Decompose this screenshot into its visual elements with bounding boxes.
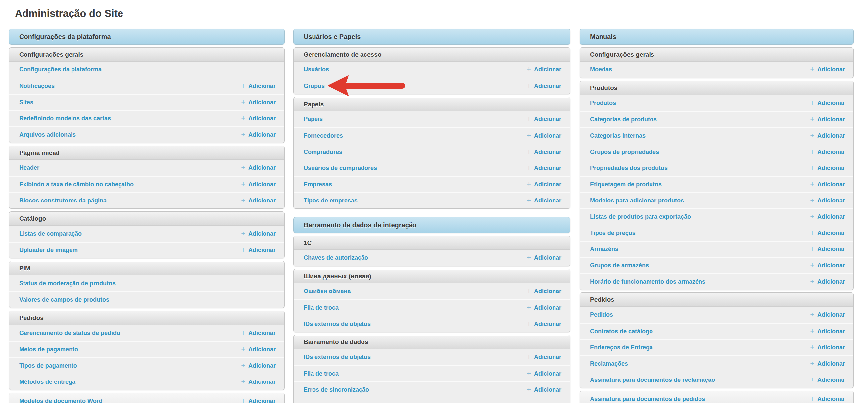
model-link[interactable]: Header — [19, 164, 39, 171]
add-link[interactable]: + Adicionar — [527, 181, 561, 188]
add-link[interactable]: + Adicionar — [527, 197, 561, 204]
app-panel-header: Configurações da plataforma — [9, 29, 285, 45]
add-link[interactable]: + Adicionar — [527, 354, 561, 361]
model-link[interactable]: IDs externos de objetos — [304, 354, 371, 361]
add-link[interactable]: + Adicionar — [241, 131, 276, 138]
model-link[interactable]: Assinatura para documentos de pedidos — [590, 396, 705, 403]
model-link[interactable]: Notificações — [19, 83, 55, 90]
add-link[interactable]: + Adicionar — [810, 181, 845, 188]
model-link[interactable]: Uploader de imagem — [19, 247, 78, 254]
add-link[interactable]: + Adicionar — [810, 246, 845, 253]
model-link[interactable]: Tipos de preços — [590, 230, 636, 237]
add-link[interactable]: + Adicionar — [241, 181, 276, 188]
add-link[interactable]: + Adicionar — [527, 116, 561, 123]
add-link[interactable]: + Adicionar — [527, 288, 561, 295]
model-link[interactable]: Endereços de Entrega — [590, 344, 653, 351]
add-link[interactable]: + Adicionar — [241, 115, 276, 122]
add-link[interactable]: + Adicionar — [241, 164, 276, 171]
add-link[interactable]: + Adicionar — [810, 311, 845, 318]
add-link[interactable]: + Adicionar — [241, 362, 276, 369]
add-link[interactable]: + Adicionar — [527, 148, 561, 156]
add-link[interactable]: + Adicionar — [241, 398, 276, 403]
add-link[interactable]: + Adicionar — [527, 255, 561, 261]
add-link[interactable]: + Adicionar — [810, 344, 845, 351]
model-link[interactable]: Sites — [19, 99, 33, 106]
add-link[interactable]: + Adicionar — [527, 321, 561, 328]
add-link[interactable]: + Adicionar — [810, 262, 845, 269]
model-link[interactable]: Grupos de propriedades — [590, 148, 659, 156]
model-link[interactable]: Chaves de autorização — [304, 255, 368, 261]
add-link[interactable]: + Adicionar — [241, 99, 276, 106]
model-link[interactable]: Empresas — [304, 181, 332, 188]
add-link[interactable]: + Adicionar — [527, 132, 561, 139]
model-link[interactable]: Listas de produtos para exportação — [590, 213, 691, 221]
add-link[interactable]: + Adicionar — [810, 100, 845, 106]
model-link[interactable]: Armazéns — [590, 246, 618, 253]
model-link[interactable]: Produtos — [590, 100, 616, 106]
model-link[interactable]: Métodos de entrega — [19, 378, 75, 385]
model-link[interactable]: Configurações da plataforma — [19, 66, 102, 73]
model-link[interactable]: Etiquetagem de produtos — [590, 181, 662, 188]
add-link[interactable]: + Adicionar — [241, 378, 276, 385]
model-link[interactable]: Exibindo a taxa de câmbio no cabeçalho — [19, 181, 134, 188]
add-link[interactable]: + Adicionar — [241, 330, 276, 336]
add-link[interactable]: + Adicionar — [810, 213, 845, 221]
add-link[interactable]: + Adicionar — [241, 346, 276, 353]
model-link[interactable]: Pedidos — [590, 311, 613, 318]
add-link[interactable]: + Adicionar — [241, 247, 276, 254]
add-link[interactable]: + Adicionar — [527, 370, 561, 377]
model-link[interactable]: Fila de troca — [304, 370, 339, 377]
model-link[interactable]: Meios de pagamento — [19, 346, 78, 353]
model-link[interactable]: Categorias de produtos — [590, 116, 657, 123]
add-link[interactable]: + Adicionar — [527, 83, 561, 90]
model-link[interactable]: Blocos construtores da página — [19, 197, 106, 204]
add-link[interactable]: + Adicionar — [810, 116, 845, 123]
add-link[interactable]: + Adicionar — [527, 304, 561, 311]
add-link[interactable]: + Adicionar — [810, 376, 845, 383]
model-link[interactable]: Modelos de documento Word — [19, 398, 103, 403]
model-link[interactable]: Compradores — [304, 148, 342, 156]
model-link[interactable]: Status de moderação de produtos — [19, 280, 116, 287]
model-link[interactable]: Erros de sincronização — [304, 387, 369, 393]
model-link[interactable]: Grupos de armazéns — [590, 262, 649, 269]
add-link[interactable]: + Adicionar — [810, 278, 845, 285]
model-link[interactable]: Propriedades dos produtos — [590, 165, 668, 172]
add-link[interactable]: + Adicionar — [810, 66, 845, 73]
add-link[interactable]: + Adicionar — [241, 197, 276, 204]
model-link[interactable]: Assinatura para documentos de reclamação — [590, 376, 715, 383]
add-link[interactable]: + Adicionar — [810, 360, 845, 367]
model-link[interactable]: Contratos de catálogo — [590, 328, 653, 335]
add-link[interactable]: + Adicionar — [810, 230, 845, 237]
model-link[interactable]: Tipos de empresas — [304, 197, 358, 204]
model-link[interactable]: Tipos de pagamento — [19, 362, 77, 369]
model-link[interactable]: Fornecedores — [304, 132, 343, 139]
add-link[interactable]: + Adicionar — [241, 230, 276, 237]
model-link[interactable]: IDs externos de objetos — [304, 321, 371, 328]
model-link[interactable]: Horário de funcionamento dos armazéns — [590, 278, 706, 285]
model-link[interactable]: Modelos para adicionar produtos — [590, 197, 684, 204]
add-link[interactable]: + Adicionar — [810, 396, 845, 403]
model-link[interactable]: Grupos — [304, 83, 325, 90]
add-link[interactable]: + Adicionar — [810, 328, 845, 335]
model-link[interactable]: Categorias internas — [590, 132, 646, 139]
model-link[interactable]: Valores de campos de produtos — [19, 297, 109, 303]
add-link[interactable]: + Adicionar — [527, 387, 561, 393]
model-link[interactable]: Usuários de compradores — [304, 165, 377, 172]
add-link[interactable]: + Adicionar — [527, 66, 561, 73]
model-link[interactable]: Usuários — [304, 66, 329, 73]
model-link[interactable]: Redefinindo modelos das cartas — [19, 115, 111, 122]
add-link[interactable]: + Adicionar — [810, 148, 845, 156]
add-link[interactable]: + Adicionar — [810, 197, 845, 204]
model-link[interactable]: Arquivos adicionais — [19, 131, 76, 138]
add-link[interactable]: + Adicionar — [527, 165, 561, 172]
add-link[interactable]: + Adicionar — [241, 83, 276, 90]
model-link[interactable]: Listas de comparação — [19, 230, 82, 237]
model-link[interactable]: Reclamações — [590, 360, 628, 367]
model-link[interactable]: Gerenciamento de status de pedido — [19, 330, 120, 336]
model-link[interactable]: Fila de troca — [304, 304, 339, 311]
model-link[interactable]: Ошибки обмена — [304, 288, 350, 295]
add-link[interactable]: + Adicionar — [810, 132, 845, 139]
model-link[interactable]: Papeis — [304, 116, 323, 123]
model-link[interactable]: Moedas — [590, 66, 612, 73]
add-link[interactable]: + Adicionar — [810, 165, 845, 172]
